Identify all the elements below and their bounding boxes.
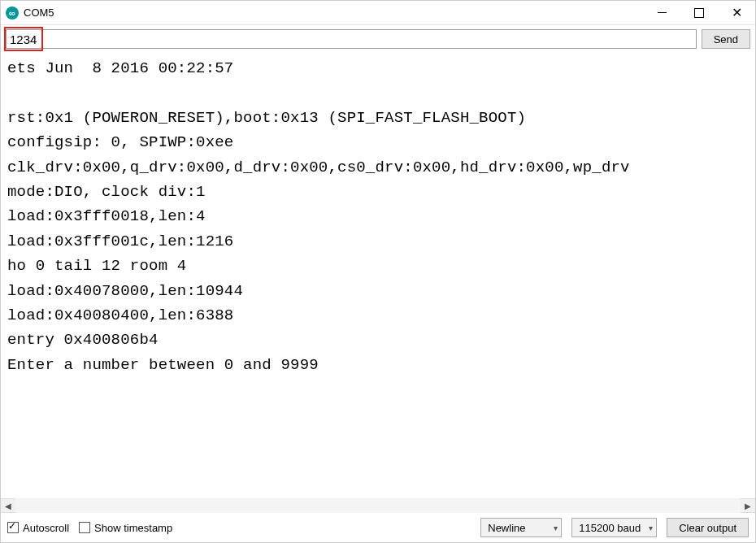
timestamp-checkbox[interactable]	[79, 522, 90, 533]
horizontal-scrollbar[interactable]: ◀ ▶	[1, 498, 755, 513]
chevron-down-icon: ▾	[649, 523, 653, 532]
chevron-down-icon: ▾	[554, 523, 558, 532]
maximize-button[interactable]	[680, 1, 718, 25]
timestamp-label: Show timestamp	[94, 522, 172, 534]
close-button[interactable]: ✕	[718, 1, 755, 25]
baud-rate-select[interactable]: 115200 baud ▾	[571, 518, 657, 537]
autoscroll-checkbox-group[interactable]: Autoscroll	[7, 522, 69, 534]
scroll-track[interactable]	[15, 498, 741, 513]
timestamp-checkbox-group[interactable]: Show timestamp	[79, 522, 172, 534]
baud-rate-value: 115200 baud	[579, 522, 641, 534]
minimize-button[interactable]	[643, 1, 680, 25]
window-title: COM5	[24, 7, 54, 19]
line-ending-value: Newline	[488, 522, 525, 534]
clear-output-button[interactable]: Clear output	[667, 518, 749, 537]
serial-output: ets Jun 8 2016 00:22:57 rst:0x1 (POWERON…	[1, 53, 755, 498]
autoscroll-label: Autoscroll	[23, 522, 69, 534]
autoscroll-checkbox[interactable]	[7, 522, 19, 533]
arduino-icon	[6, 7, 19, 20]
scroll-left-arrow[interactable]: ◀	[1, 498, 15, 513]
titlebar: COM5 ✕	[1, 1, 755, 25]
footer-bar: Autoscroll Show timestamp Newline ▾ 1152…	[1, 513, 755, 542]
line-ending-select[interactable]: Newline ▾	[480, 518, 562, 537]
serial-input-container	[6, 29, 697, 49]
serial-input[interactable]	[7, 30, 696, 48]
send-row: Send	[1, 25, 755, 53]
send-button[interactable]: Send	[702, 29, 750, 49]
scroll-right-arrow[interactable]: ▶	[741, 498, 755, 513]
